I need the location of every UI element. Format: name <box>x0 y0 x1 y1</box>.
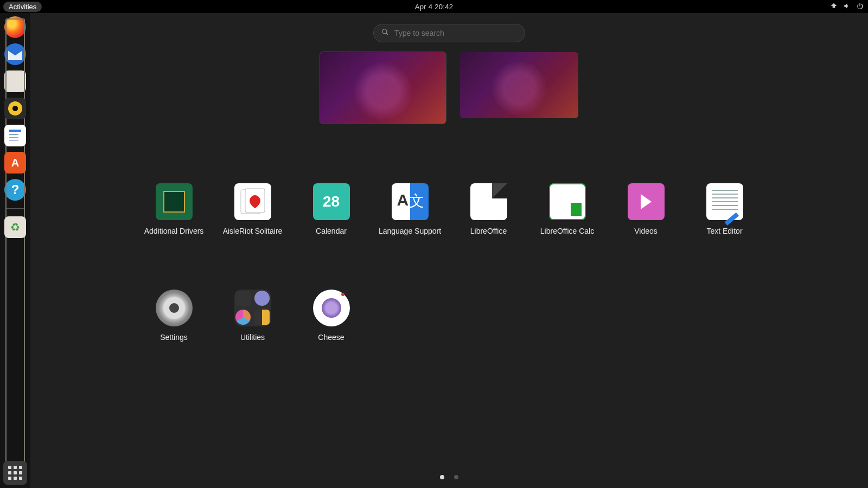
utilities-folder-icon <box>234 290 271 326</box>
calendar-icon: 28 <box>313 183 350 220</box>
network-icon <box>830 2 838 11</box>
app-label: LibreOffice Calc <box>540 227 594 235</box>
volume-icon <box>843 2 851 11</box>
app-label: Settings <box>160 333 188 342</box>
status-area[interactable] <box>830 2 864 11</box>
page-dot-1[interactable] <box>440 475 444 479</box>
show-applications-button[interactable] <box>3 461 27 485</box>
top-bar: Activities Apr 4 20:42 <box>0 0 868 13</box>
app-label: Language Support <box>379 227 441 235</box>
app-label: Videos <box>634 227 658 235</box>
app-label: Cheese <box>318 333 344 342</box>
language-icon <box>392 183 429 220</box>
clock[interactable]: Apr 4 20:42 <box>415 3 454 11</box>
app-additional-drivers[interactable]: Additional Drivers <box>135 183 213 235</box>
search-input[interactable] <box>394 29 517 37</box>
app-label: Text Editor <box>706 227 742 235</box>
workspace-1[interactable] <box>320 52 446 124</box>
app-cheese[interactable]: Cheese <box>292 290 371 342</box>
grid-icon <box>8 466 22 480</box>
app-label: Calendar <box>316 227 347 235</box>
cheese-icon <box>313 290 350 326</box>
app-utilities-folder[interactable]: Utilities <box>213 290 292 342</box>
page-indicator <box>440 475 458 479</box>
activities-overview: Additional Drivers AisleRiot Solitaire 2… <box>30 13 868 488</box>
app-libreoffice-calc[interactable]: LibreOffice Calc <box>528 183 607 235</box>
app-label: LibreOffice <box>470 227 507 235</box>
app-language-support[interactable]: Language Support <box>371 183 449 235</box>
workspace-2[interactable] <box>460 52 578 118</box>
calc-icon <box>549 183 586 220</box>
power-icon <box>856 2 864 11</box>
libreoffice-icon <box>470 183 507 220</box>
videos-icon <box>628 183 665 220</box>
activities-button[interactable]: Activities <box>3 2 42 12</box>
search-icon <box>381 28 389 38</box>
drivers-icon <box>156 183 193 220</box>
app-calendar[interactable]: 28Calendar <box>292 183 371 235</box>
app-label: Additional Drivers <box>144 227 204 235</box>
app-label: Utilities <box>240 333 265 342</box>
search-bar[interactable] <box>373 24 525 42</box>
app-aisleriot[interactable]: AisleRiot Solitaire <box>213 183 292 235</box>
dock-writer[interactable] <box>4 125 26 146</box>
workspace-switcher <box>320 52 578 124</box>
settings-icon <box>156 290 193 326</box>
dock-trash[interactable] <box>4 216 26 238</box>
app-libreoffice[interactable]: LibreOffice <box>449 183 528 235</box>
page-dot-2[interactable] <box>454 475 458 479</box>
text-editor-icon <box>706 183 743 220</box>
dock-files[interactable] <box>4 70 26 92</box>
dock-software[interactable] <box>4 152 26 174</box>
app-videos[interactable]: Videos <box>607 183 685 235</box>
dock: ? <box>0 13 30 488</box>
app-text-editor[interactable]: Text Editor <box>685 183 764 235</box>
application-grid: Additional Drivers AisleRiot Solitaire 2… <box>135 183 764 342</box>
app-label: AisleRiot Solitaire <box>223 227 283 235</box>
cards-icon <box>234 183 271 220</box>
dock-rhythmbox[interactable] <box>4 98 26 119</box>
app-settings[interactable]: Settings <box>135 290 213 342</box>
